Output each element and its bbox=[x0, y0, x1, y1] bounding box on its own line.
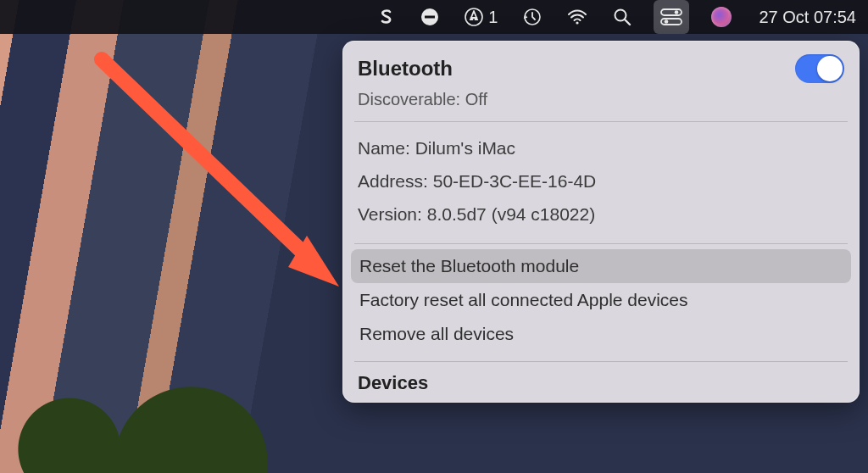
bluetooth-toggle[interactable] bbox=[795, 54, 844, 83]
panel-title: Bluetooth bbox=[358, 57, 453, 81]
address-label: Address: bbox=[358, 171, 428, 191]
menubar-control-center-icon[interactable] bbox=[654, 0, 689, 34]
address-value: 50-ED-3C-EE-16-4D bbox=[433, 171, 597, 191]
svg-rect-7 bbox=[661, 9, 682, 15]
name-label: Name: bbox=[358, 138, 410, 158]
reset-bluetooth-module[interactable]: Reset the Bluetooth module bbox=[351, 249, 851, 283]
menubar-timemachine-icon[interactable] bbox=[520, 0, 545, 34]
bluetooth-panel: Bluetooth Discoverable: Off Name: Dilum'… bbox=[342, 41, 860, 403]
menubar-siri-icon[interactable] bbox=[708, 0, 735, 34]
menubar-app-s-icon[interactable] bbox=[375, 0, 398, 34]
discoverable-label: Discoverable: bbox=[358, 90, 460, 109]
name-value: Dilum's iMac bbox=[415, 138, 515, 158]
discoverable-row: Discoverable: Off bbox=[342, 86, 860, 121]
svg-point-8 bbox=[675, 10, 679, 14]
remove-all-devices[interactable]: Remove all devices bbox=[351, 317, 851, 351]
svg-rect-9 bbox=[661, 19, 682, 25]
menubar-appstore-icon[interactable]: 1 bbox=[461, 0, 501, 34]
menubar-dnd-icon[interactable] bbox=[417, 0, 442, 34]
svg-line-6 bbox=[625, 19, 630, 25]
discoverable-value: Off bbox=[465, 90, 487, 109]
menubar: 1 27 Oct 07:54 bbox=[0, 0, 868, 34]
factory-reset-devices[interactable]: Factory reset all connected Apple device… bbox=[351, 283, 851, 317]
debug-actions: Reset the Bluetooth module Factory reset… bbox=[342, 244, 860, 361]
svg-point-4 bbox=[576, 21, 579, 24]
menubar-datetime[interactable]: 27 Oct 07:54 bbox=[759, 8, 856, 27]
devices-heading: Devices bbox=[342, 362, 860, 403]
version-label: Version: bbox=[358, 204, 422, 224]
menubar-spotlight-icon[interactable] bbox=[609, 0, 635, 34]
menubar-wifi-icon[interactable] bbox=[564, 0, 591, 34]
device-info: Name: Dilum's iMac Address: 50-ED-3C-EE-… bbox=[342, 122, 860, 243]
appstore-badge: 1 bbox=[488, 8, 498, 27]
version-value: 8.0.5d7 (v94 c18022) bbox=[427, 204, 595, 224]
svg-rect-1 bbox=[425, 16, 435, 19]
svg-point-10 bbox=[665, 19, 669, 24]
